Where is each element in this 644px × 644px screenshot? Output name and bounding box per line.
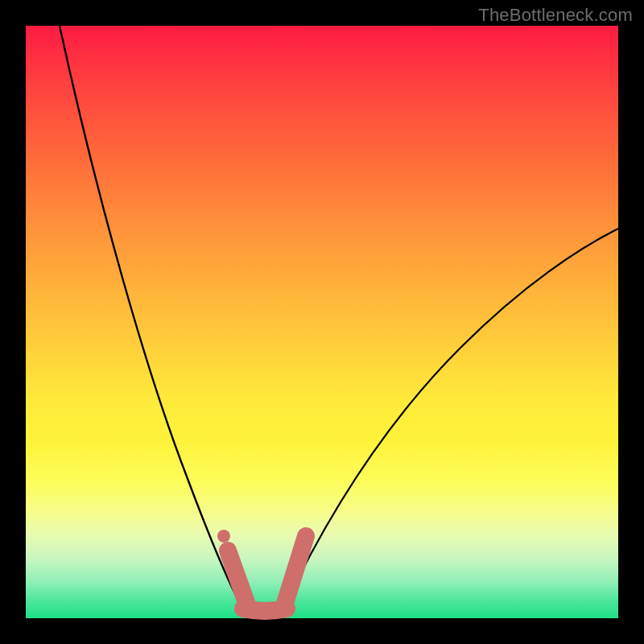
marker-dot	[217, 530, 230, 543]
bottleneck-curve-svg	[26, 26, 618, 618]
marker-left-stroke	[228, 551, 248, 607]
curve-left	[60, 26, 245, 612]
chart-area	[26, 26, 618, 618]
curve-right	[282, 229, 618, 612]
marker-right-stroke	[283, 536, 306, 609]
watermark-text: TheBottleneck.com	[478, 5, 633, 26]
